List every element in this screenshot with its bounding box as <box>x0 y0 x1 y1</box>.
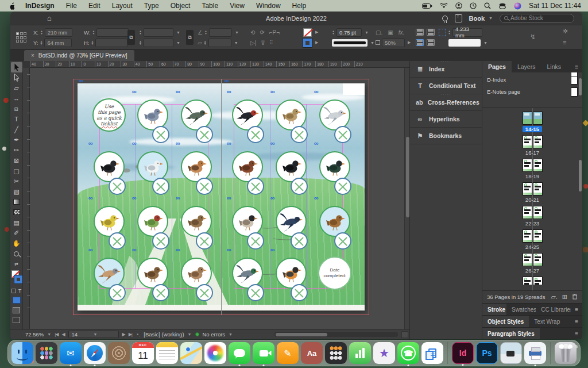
dock-icon-printer[interactable] <box>524 342 546 364</box>
dock-icon-documents[interactable] <box>421 342 443 364</box>
master-page-thumb[interactable] <box>571 87 578 97</box>
anchor-link-icon[interactable]: ∞ <box>270 89 275 94</box>
stroke-style-dropdown[interactable] <box>332 39 368 47</box>
anchor-link-icon[interactable]: ∞ <box>176 141 180 145</box>
shear-field[interactable] <box>209 28 232 37</box>
formatting-affects-toggle[interactable]: T <box>11 288 22 294</box>
gpu-performance-icon[interactable]: ↯ <box>530 32 536 41</box>
last-page-button[interactable]: ▶| <box>129 332 132 337</box>
learn-icon[interactable] <box>442 16 448 21</box>
tab-paragraph-styles[interactable]: Paragraph Styles <box>482 328 540 339</box>
pencil-tool[interactable]: ✏ <box>11 145 22 155</box>
anchor-link-icon[interactable]: ∞ <box>132 89 137 94</box>
rotate-ccw-icon[interactable]: ⟲ <box>250 29 255 36</box>
tick-checkbox-ring-ouzel[interactable] <box>291 178 308 195</box>
dock-icon-facetime[interactable] <box>253 342 274 364</box>
display-icon[interactable] <box>498 3 506 9</box>
preflight-icon[interactable]: ◔. <box>136 331 140 338</box>
tick-checkbox-marsh-tit[interactable] <box>247 232 264 250</box>
tick-checkbox-kestrel[interactable] <box>109 284 126 301</box>
constrain-scale-icon[interactable]: ⧉ <box>186 30 194 45</box>
horizontal-scrollbar[interactable] <box>274 332 398 337</box>
text-wrap-bounding-icon[interactable] <box>427 29 435 36</box>
zoom-dropdown-icon[interactable]: ▼ <box>47 332 51 336</box>
anchor-link-icon[interactable]: ∞ <box>88 247 93 252</box>
apply-color-button[interactable] <box>13 297 21 304</box>
type-tool[interactable]: T <box>11 114 22 124</box>
menu-clock[interactable]: Sat 11 Dec 11:44 <box>529 2 581 10</box>
menu-item-view[interactable]: View <box>224 0 250 12</box>
x-stepper[interactable]: ▲▼ <box>40 30 43 34</box>
dock-icon-notes[interactable] <box>156 342 178 364</box>
tick-checkbox-fulmar[interactable] <box>334 126 351 143</box>
spread-thumbnail[interactable] <box>523 135 543 148</box>
spread-item[interactable]: 26-27 <box>482 253 582 274</box>
pages-panel-menu-icon[interactable]: ≡ <box>571 61 582 72</box>
anchor-link-icon[interactable]: ∞ <box>270 141 275 145</box>
stroke-weight-field[interactable]: 0.75 pt <box>336 28 362 37</box>
w-field[interactable] <box>96 28 129 37</box>
spread-thumbnail[interactable] <box>523 182 543 195</box>
dock-icon-mail[interactable]: ✉ <box>60 342 82 364</box>
anchor-link-icon[interactable]: ∞ <box>227 89 231 94</box>
spread-thumbnail[interactable] <box>523 159 543 172</box>
apple-menu-icon[interactable] <box>8 2 16 10</box>
dock-icon-brown-app[interactable] <box>108 342 130 364</box>
panel-gear-icon[interactable]: ✲ <box>563 26 568 36</box>
panel-menu-icon[interactable]: ≡ <box>571 304 582 315</box>
workspace-switcher[interactable]: Book ▼ <box>469 15 493 22</box>
text-wrap-jump-icon[interactable] <box>427 39 435 46</box>
rotate-cw-icon[interactable]: ⟳ <box>260 29 264 36</box>
tab-swatches[interactable]: Swatches <box>506 304 536 315</box>
x-field[interactable]: 210 mm <box>45 28 72 37</box>
dock-icon-dictionary[interactable]: Aa <box>301 342 323 364</box>
corner-shape-icon[interactable]: ▣ <box>388 29 393 36</box>
corner-options-icon[interactable]: ▢. <box>376 29 382 36</box>
line-tool[interactable]: ╱ <box>11 124 22 135</box>
dock-icon-pages[interactable]: ✎ <box>277 342 299 364</box>
text-wrap-none-icon[interactable] <box>416 29 424 36</box>
anchor-link-icon[interactable]: ∞ <box>88 141 93 145</box>
document-tab[interactable]: × BotSD.indd @ 73% [GPU Preview] <box>24 50 134 61</box>
account-icon[interactable] <box>455 2 462 9</box>
anchor-link-icon[interactable]: ∞ <box>270 247 275 252</box>
tick-checkbox-wren[interactable] <box>334 232 351 250</box>
gap-tool[interactable]: ↔ <box>11 93 22 103</box>
spread-item[interactable]: 24-25 <box>482 229 582 250</box>
edit-page-size-icon[interactable]: ▱. <box>551 293 558 301</box>
tick-checkbox-teal[interactable] <box>196 126 213 143</box>
tick-checkbox-crow[interactable] <box>109 178 126 195</box>
anchor-link-icon[interactable]: ∞ <box>314 195 319 200</box>
anchor-link-icon[interactable]: ∞ <box>132 141 137 145</box>
anchor-link-icon[interactable]: ∞ <box>176 89 180 94</box>
menu-item-window[interactable]: Window <box>250 0 287 12</box>
date-completed-circle[interactable]: Datecompleted: <box>318 256 351 290</box>
panel-menu-icon[interactable]: ≡ <box>563 38 566 47</box>
spread-item[interactable]: 16-17 <box>482 135 582 156</box>
flip-vertical-icon[interactable]: ⊽ <box>261 40 265 46</box>
spread-label[interactable]: 18-19 <box>523 173 542 179</box>
share-icon[interactable] <box>455 14 462 22</box>
fill-menu-arrow[interactable]: ▶ <box>315 30 318 34</box>
stroke-proxy[interactable] <box>14 275 22 283</box>
opacity-field[interactable]: 50% <box>382 39 405 47</box>
previous-page-button[interactable]: ◀ <box>61 332 64 337</box>
menu-item-table[interactable]: Table <box>196 0 224 12</box>
ruler-origin-box[interactable] <box>23 61 30 68</box>
direct-selection-tool[interactable] <box>11 72 22 83</box>
page-tool[interactable]: ▱ <box>11 83 22 93</box>
free-transform-tool[interactable]: ▧ <box>11 186 22 197</box>
adobe-stock-search[interactable]: Adobe Stock <box>500 14 574 23</box>
dock-icon-photoshop[interactable]: Ps <box>476 342 498 364</box>
anchor-link-icon[interactable]: ∞ <box>79 78 83 83</box>
master-page-row[interactable]: E-Notes page <box>487 86 578 98</box>
scissors-tool[interactable]: ✂ <box>11 176 22 186</box>
anchor-link-icon[interactable]: ∞ <box>227 195 231 200</box>
tick-checkbox-skylark[interactable] <box>291 126 308 143</box>
rotation-field[interactable] <box>208 39 231 47</box>
dock-icon-finder[interactable] <box>11 342 33 364</box>
spotlight-icon[interactable] <box>484 2 491 9</box>
menu-item-indesign[interactable]: InDesign <box>20 0 60 12</box>
tab-pages[interactable]: Pages <box>482 61 512 72</box>
anchor-link-icon[interactable]: ∞ <box>227 247 231 252</box>
